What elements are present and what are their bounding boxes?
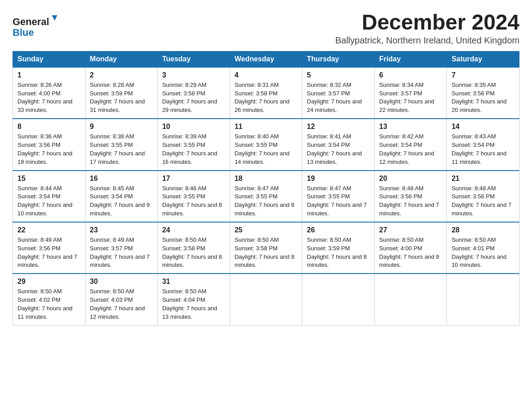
day-number: 3 — [162, 71, 225, 79]
day-number: 9 — [90, 123, 153, 131]
day-number: 18 — [235, 175, 298, 183]
svg-marker-1 — [52, 15, 57, 21]
day-number: 26 — [307, 226, 370, 234]
week-row-1: 1 Sunrise: 8:26 AMSunset: 4:00 PMDayligh… — [13, 67, 519, 119]
calendar-cell — [302, 274, 375, 325]
week-row-5: 29 Sunrise: 8:50 AMSunset: 4:02 PMDaylig… — [13, 274, 519, 325]
logo-svg: General Blue — [13, 13, 57, 39]
day-info: Sunrise: 8:41 AMSunset: 3:54 PMDaylight:… — [307, 133, 362, 165]
day-number: 22 — [17, 226, 81, 234]
day-info: Sunrise: 8:40 AMSunset: 3:55 PMDaylight:… — [235, 133, 290, 165]
calendar-cell: 28 Sunrise: 8:50 AMSunset: 4:01 PMDaylig… — [447, 222, 519, 274]
day-number: 8 — [17, 123, 81, 131]
week-row-2: 8 Sunrise: 8:36 AMSunset: 3:56 PMDayligh… — [13, 119, 519, 170]
day-info: Sunrise: 8:50 AMSunset: 4:00 PMDaylight:… — [379, 236, 439, 269]
day-info: Sunrise: 8:50 AMSunset: 3:59 PMDaylight:… — [307, 236, 367, 269]
day-number: 2 — [90, 71, 153, 79]
day-info: Sunrise: 8:45 AMSunset: 3:54 PMDaylight:… — [90, 185, 150, 217]
calendar-cell: 25 Sunrise: 8:50 AMSunset: 3:58 PMDaylig… — [230, 222, 302, 274]
day-info: Sunrise: 8:50 AMSunset: 4:01 PMDaylight:… — [451, 236, 506, 269]
day-number: 27 — [379, 226, 442, 234]
day-info: Sunrise: 8:28 AMSunset: 3:59 PMDaylight:… — [90, 81, 145, 114]
calendar-cell: 13 Sunrise: 8:42 AMSunset: 3:54 PMDaylig… — [374, 119, 447, 170]
day-number: 6 — [379, 71, 442, 79]
day-number: 28 — [451, 226, 515, 234]
day-info: Sunrise: 8:50 AMSunset: 4:02 PMDaylight:… — [17, 288, 73, 320]
header-monday: Monday — [85, 51, 158, 67]
calendar-cell: 19 Sunrise: 8:47 AMSunset: 3:55 PMDaylig… — [302, 171, 375, 222]
day-info: Sunrise: 8:50 AMSunset: 4:04 PMDaylight:… — [162, 288, 217, 320]
day-number: 30 — [90, 278, 153, 286]
day-number: 20 — [379, 175, 442, 183]
calendar-cell: 12 Sunrise: 8:41 AMSunset: 3:54 PMDaylig… — [302, 119, 375, 170]
day-info: Sunrise: 8:26 AMSunset: 4:00 PMDaylight:… — [17, 81, 73, 114]
calendar-cell: 14 Sunrise: 8:43 AMSunset: 3:54 PMDaylig… — [447, 119, 519, 170]
day-number: 31 — [162, 278, 225, 286]
location-title: Ballypatrick, Northern Ireland, United K… — [335, 35, 519, 46]
day-info: Sunrise: 8:49 AMSunset: 3:56 PMDaylight:… — [17, 236, 77, 269]
page-header: General Blue December 2024 Ballypatrick,… — [13, 11, 519, 46]
day-number: 14 — [451, 123, 515, 131]
calendar-cell: 6 Sunrise: 8:34 AMSunset: 3:57 PMDayligh… — [374, 67, 447, 119]
day-info: Sunrise: 8:50 AMSunset: 3:58 PMDaylight:… — [235, 236, 295, 269]
calendar-cell: 21 Sunrise: 8:48 AMSunset: 3:56 PMDaylig… — [447, 171, 519, 222]
day-info: Sunrise: 8:48 AMSunset: 3:56 PMDaylight:… — [451, 185, 511, 217]
header-sunday: Sunday — [13, 51, 86, 67]
calendar-cell: 9 Sunrise: 8:38 AMSunset: 3:55 PMDayligh… — [85, 119, 158, 170]
day-number: 4 — [235, 71, 298, 79]
calendar-cell: 29 Sunrise: 8:50 AMSunset: 4:02 PMDaylig… — [13, 274, 86, 325]
weekday-header-row: Sunday Monday Tuesday Wednesday Thursday… — [13, 51, 519, 67]
day-info: Sunrise: 8:31 AMSunset: 3:58 PMDaylight:… — [235, 81, 290, 114]
day-number: 7 — [451, 71, 515, 79]
calendar-cell — [230, 274, 302, 325]
calendar-cell: 15 Sunrise: 8:44 AMSunset: 3:54 PMDaylig… — [13, 171, 86, 222]
calendar-cell: 7 Sunrise: 8:35 AMSunset: 3:56 PMDayligh… — [447, 67, 519, 119]
day-info: Sunrise: 8:47 AMSunset: 3:55 PMDaylight:… — [235, 185, 295, 217]
calendar-cell: 24 Sunrise: 8:50 AMSunset: 3:58 PMDaylig… — [158, 222, 230, 274]
month-title: December 2024 — [335, 11, 519, 34]
svg-text:General: General — [13, 16, 49, 27]
day-number: 1 — [17, 71, 81, 79]
day-info: Sunrise: 8:44 AMSunset: 3:54 PMDaylight:… — [17, 185, 73, 217]
calendar-cell: 11 Sunrise: 8:40 AMSunset: 3:55 PMDaylig… — [230, 119, 302, 170]
day-info: Sunrise: 8:48 AMSunset: 3:56 PMDaylight:… — [379, 185, 439, 217]
day-info: Sunrise: 8:50 AMSunset: 4:03 PMDaylight:… — [90, 288, 145, 320]
header-tuesday: Tuesday — [158, 51, 230, 67]
day-number: 29 — [17, 278, 81, 286]
day-number: 24 — [162, 226, 225, 234]
calendar-cell: 31 Sunrise: 8:50 AMSunset: 4:04 PMDaylig… — [158, 274, 230, 325]
calendar-cell: 8 Sunrise: 8:36 AMSunset: 3:56 PMDayligh… — [13, 119, 86, 170]
day-info: Sunrise: 8:39 AMSunset: 3:55 PMDaylight:… — [162, 133, 217, 165]
week-row-4: 22 Sunrise: 8:49 AMSunset: 3:56 PMDaylig… — [13, 222, 519, 274]
calendar-cell: 22 Sunrise: 8:49 AMSunset: 3:56 PMDaylig… — [13, 222, 86, 274]
calendar-cell: 18 Sunrise: 8:47 AMSunset: 3:55 PMDaylig… — [230, 171, 302, 222]
calendar-cell: 10 Sunrise: 8:39 AMSunset: 3:55 PMDaylig… — [158, 119, 230, 170]
calendar-cell: 17 Sunrise: 8:46 AMSunset: 3:55 PMDaylig… — [158, 171, 230, 222]
day-info: Sunrise: 8:32 AMSunset: 3:57 PMDaylight:… — [307, 81, 362, 114]
calendar-cell: 30 Sunrise: 8:50 AMSunset: 4:03 PMDaylig… — [85, 274, 158, 325]
day-info: Sunrise: 8:34 AMSunset: 3:57 PMDaylight:… — [379, 81, 434, 114]
day-number: 10 — [162, 123, 225, 131]
day-info: Sunrise: 8:50 AMSunset: 3:58 PMDaylight:… — [162, 236, 222, 269]
title-block: December 2024 Ballypatrick, Northern Ire… — [335, 11, 519, 46]
calendar-cell: 4 Sunrise: 8:31 AMSunset: 3:58 PMDayligh… — [230, 67, 302, 119]
header-saturday: Saturday — [447, 51, 519, 67]
calendar-cell — [447, 274, 519, 325]
day-number: 11 — [235, 123, 298, 131]
day-number: 16 — [90, 175, 153, 183]
calendar-cell: 26 Sunrise: 8:50 AMSunset: 3:59 PMDaylig… — [302, 222, 375, 274]
day-info: Sunrise: 8:42 AMSunset: 3:54 PMDaylight:… — [379, 133, 434, 165]
day-number: 25 — [235, 226, 298, 234]
svg-text:Blue: Blue — [13, 27, 34, 38]
calendar-cell: 3 Sunrise: 8:29 AMSunset: 3:58 PMDayligh… — [158, 67, 230, 119]
day-number: 12 — [307, 123, 370, 131]
header-friday: Friday — [374, 51, 447, 67]
day-number: 21 — [451, 175, 515, 183]
day-number: 23 — [90, 226, 153, 234]
day-number: 13 — [379, 123, 442, 131]
day-info: Sunrise: 8:38 AMSunset: 3:55 PMDaylight:… — [90, 133, 145, 165]
week-row-3: 15 Sunrise: 8:44 AMSunset: 3:54 PMDaylig… — [13, 171, 519, 222]
day-number: 17 — [162, 175, 225, 183]
day-info: Sunrise: 8:43 AMSunset: 3:54 PMDaylight:… — [451, 133, 506, 165]
header-wednesday: Wednesday — [230, 51, 302, 67]
